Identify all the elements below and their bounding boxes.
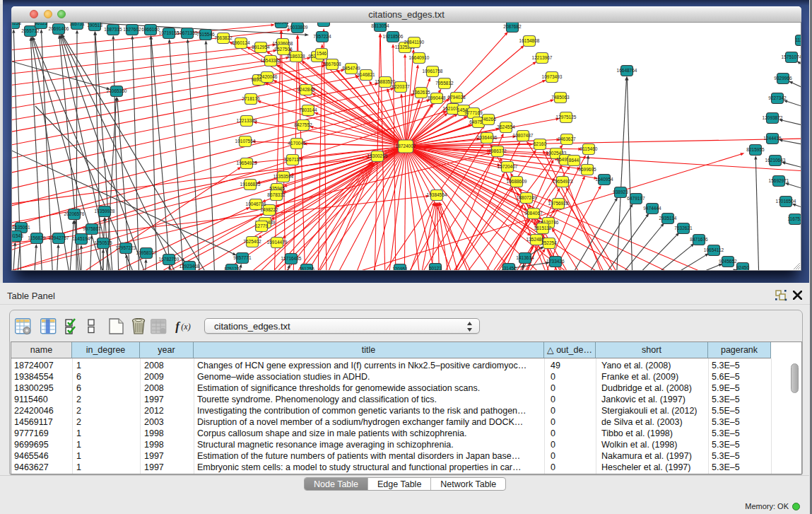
svg-text:1087315: 1087315 — [104, 27, 122, 32]
svg-text:938923: 938923 — [613, 189, 628, 194]
svg-text:2718176: 2718176 — [242, 96, 260, 101]
svg-text:7803144: 7803144 — [299, 107, 317, 112]
svg-text:20206576: 20206576 — [64, 211, 85, 216]
svg-text:8427552: 8427552 — [294, 122, 312, 127]
svg-text:8644: 8644 — [569, 158, 579, 163]
svg-text:9474444: 9474444 — [643, 206, 661, 211]
svg-text:8471676: 8471676 — [690, 237, 708, 242]
svg-text:875123: 875123 — [224, 267, 240, 270]
svg-text:9084067: 9084067 — [524, 211, 543, 216]
svg-text:7625402: 7625402 — [243, 239, 261, 244]
svg-text:6966160: 6966160 — [141, 27, 160, 32]
svg-text:21065350: 21065350 — [107, 88, 127, 93]
svg-text:1640954: 1640954 — [595, 177, 613, 182]
svg-text:19654923: 19654923 — [237, 160, 257, 165]
svg-text:15720407: 15720407 — [498, 164, 518, 169]
svg-text:8678332: 8678332 — [267, 192, 286, 197]
svg-text:2055712: 2055712 — [21, 28, 40, 33]
svg-text:9463627: 9463627 — [558, 136, 576, 141]
svg-text:1527602: 1527602 — [123, 27, 141, 32]
svg-text:4170045: 4170045 — [288, 141, 306, 146]
svg-text:9242848: 9242848 — [297, 87, 315, 92]
svg-text:12213389: 12213389 — [237, 118, 257, 123]
svg-text:10961758: 10961758 — [423, 69, 443, 74]
svg-text:9857771: 9857771 — [233, 255, 252, 260]
svg-text:16648764: 16648764 — [617, 68, 637, 73]
svg-text:9329966: 9329966 — [774, 76, 792, 81]
svg-text:7357224: 7357224 — [313, 34, 331, 39]
svg-text:16154808: 16154808 — [519, 38, 540, 43]
svg-text:10973493: 10973493 — [542, 74, 563, 79]
svg-text:62160: 62160 — [534, 141, 546, 146]
svg-text:17957223: 17957223 — [116, 245, 136, 250]
svg-text:6479197: 6479197 — [627, 196, 645, 201]
svg-text:165731: 165731 — [69, 23, 85, 26]
svg-text:10671355: 10671355 — [177, 30, 198, 35]
svg-text:1546: 1546 — [317, 51, 327, 56]
svg-text:10046736: 10046736 — [246, 201, 266, 206]
svg-text:(x): (x) — [181, 322, 190, 332]
svg-text:131456: 131456 — [501, 266, 517, 270]
svg-text:8220377: 8220377 — [392, 84, 410, 89]
svg-text:20364436: 20364436 — [477, 135, 498, 140]
svg-text:12975125: 12975125 — [556, 115, 577, 119]
svg-text:11123: 11123 — [795, 37, 801, 42]
svg-text:1615112: 1615112 — [534, 226, 552, 230]
svg-text:19654923: 19654923 — [553, 179, 573, 184]
svg-text:1244415: 1244415 — [763, 136, 782, 141]
svg-text:746266: 746266 — [481, 117, 496, 122]
svg-text:8215955: 8215955 — [746, 147, 765, 152]
svg-text:1413614: 1413614 — [516, 255, 534, 260]
svg-text:50123: 50123 — [429, 266, 442, 270]
svg-text:19166825: 19166825 — [240, 182, 261, 187]
svg-text:8813054: 8813054 — [371, 23, 389, 28]
svg-text:1156829: 1156829 — [28, 235, 46, 240]
svg-text:8454749: 8454749 — [342, 66, 360, 71]
svg-text:761255: 761255 — [299, 267, 314, 270]
svg-text:252254: 252254 — [541, 240, 557, 245]
svg-text:19218506: 19218506 — [383, 34, 404, 39]
svg-text:17359928: 17359928 — [95, 209, 115, 214]
svg-text:16782759: 16782759 — [159, 257, 180, 262]
svg-text:10654112: 10654112 — [704, 247, 724, 252]
svg-text:16210643: 16210643 — [765, 158, 786, 163]
svg-text:9527506: 9527506 — [274, 47, 293, 52]
svg-text:18807249: 18807249 — [517, 195, 537, 200]
svg-text:16640910: 16640910 — [409, 55, 430, 60]
svg-text:8535061: 8535061 — [12, 225, 30, 230]
svg-text:15716485: 15716485 — [281, 256, 302, 261]
svg-text:10531: 10531 — [317, 23, 330, 23]
svg-text:16543382: 16543382 — [261, 58, 281, 63]
svg-text:210258: 210258 — [12, 23, 21, 25]
svg-text:9699695: 9699695 — [578, 167, 596, 172]
svg-text:391543: 391543 — [12, 233, 23, 238]
svg-text:116753: 116753 — [787, 216, 801, 221]
svg-text:9115460: 9115460 — [580, 146, 598, 151]
svg-text:18724007: 18724007 — [396, 144, 416, 148]
svg-text:17016504: 17016504 — [776, 199, 796, 204]
svg-text:10719155: 10719155 — [159, 30, 180, 35]
svg-text:3267110: 3267110 — [284, 157, 302, 162]
svg-text:18300295: 18300295 — [367, 153, 388, 158]
svg-text:9245652: 9245652 — [719, 259, 737, 264]
svg-text:1145194: 1145194 — [73, 236, 90, 241]
svg-text:20841190: 20841190 — [404, 40, 425, 45]
svg-text:7986372: 7986372 — [488, 148, 507, 153]
svg-text:10107554: 10107554 — [235, 139, 256, 144]
svg-text:9227342: 9227342 — [768, 95, 787, 100]
svg-text:15692971: 15692971 — [769, 178, 789, 183]
svg-text:3624554: 3624554 — [497, 124, 515, 129]
svg-text:7632621: 7632621 — [674, 226, 693, 230]
svg-text:7485063: 7485063 — [551, 95, 570, 100]
svg-text:15883520: 15883520 — [375, 79, 396, 84]
svg-text:120951: 120951 — [392, 267, 408, 270]
svg-text:f: f — [175, 320, 181, 333]
svg-text:96125: 96125 — [35, 23, 47, 25]
svg-text:1250515: 1250515 — [94, 240, 112, 245]
svg-text:7515546: 7515546 — [196, 32, 215, 37]
svg-text:20691406: 20691406 — [49, 26, 69, 31]
svg-text:8960124: 8960124 — [232, 40, 250, 45]
svg-text:9777169: 9777169 — [464, 110, 483, 115]
svg-text:1362615: 1362615 — [412, 90, 430, 95]
svg-text:2087682: 2087682 — [503, 24, 522, 29]
